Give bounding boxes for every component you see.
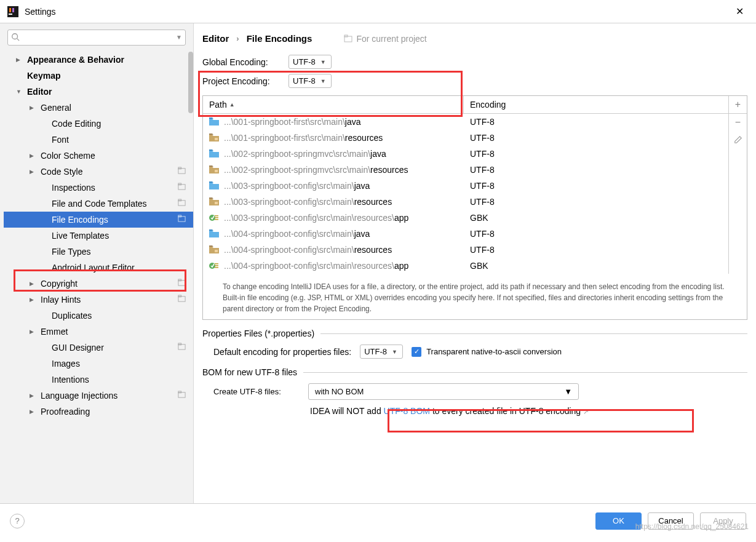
edit-button[interactable]: [729, 131, 747, 148]
row-encoding: UTF-8: [470, 149, 722, 159]
properties-file-icon: [209, 213, 220, 222]
tree-item-label: Intentions: [52, 375, 186, 385]
sidebar-item-images[interactable]: Images: [4, 356, 193, 372]
row-encoding: UTF-8: [470, 197, 722, 207]
cancel-button[interactable]: Cancel: [648, 512, 694, 530]
tree-item-label: General: [41, 103, 186, 113]
native-to-ascii-label[interactable]: Transparent native-to-ascii conversion: [426, 347, 562, 356]
tree-item-label: Emmet: [41, 327, 186, 337]
project-badge-icon: [178, 391, 186, 401]
ok-button[interactable]: OK: [595, 512, 642, 530]
table-row[interactable]: ...\003-springboot-config\src\main\resou…: [203, 194, 728, 210]
table-row[interactable]: ...\003-springboot-config\src\main\javaU…: [203, 178, 728, 194]
tree-item-label: Code Style: [41, 167, 178, 177]
properties-file-icon: [209, 261, 220, 270]
row-path: ...\003-springboot-config\src\main\resou…: [224, 213, 470, 223]
tree-arrow-icon: [30, 408, 38, 415]
add-button[interactable]: +: [729, 96, 747, 113]
project-icon: [344, 34, 352, 43]
column-path[interactable]: Path ▲: [203, 96, 464, 113]
search-history-icon[interactable]: ▼: [176, 34, 182, 41]
tree-arrow-icon: [30, 169, 38, 175]
sidebar-item-file-and-code-templates[interactable]: File and Code Templates: [4, 196, 193, 212]
sidebar-item-live-templates[interactable]: Live Templates: [4, 228, 193, 244]
window-title: Settings: [25, 7, 731, 17]
external-link-icon: ↗: [583, 408, 589, 415]
row-path: ...\002-springboot-springmvc\src\main\re…: [224, 165, 470, 175]
titlebar: Settings ✕: [0, 0, 756, 23]
tree-arrow-icon: [30, 393, 38, 399]
svg-rect-15: [178, 279, 181, 281]
table-row[interactable]: ...\003-springboot-config\src\main\resou…: [203, 210, 728, 226]
project-encoding-combo[interactable]: UTF-8▼: [288, 74, 332, 88]
svg-rect-21: [178, 391, 181, 393]
sidebar-item-code-editing[interactable]: Code Editing: [4, 116, 193, 132]
app-icon: [7, 6, 18, 17]
sidebar-item-intentions[interactable]: Intentions: [4, 372, 193, 388]
tree-item-label: GUI Designer: [52, 343, 178, 353]
sidebar-item-inspections[interactable]: Inspections: [4, 180, 193, 196]
tree-item-label: Android Layout Editor: [52, 263, 186, 273]
sidebar-item-file-types[interactable]: File Types: [4, 244, 193, 260]
sidebar-item-gui-designer[interactable]: GUI Designer: [4, 340, 193, 356]
svg-line-5: [17, 39, 20, 41]
search-icon: [11, 33, 20, 43]
breadcrumb-editor[interactable]: Editor: [202, 33, 229, 44]
sidebar-item-general[interactable]: General: [4, 100, 193, 116]
sidebar-item-appearance-behavior[interactable]: Appearance & Behavior: [4, 52, 193, 68]
table-row[interactable]: ...\004-springboot-config\src\main\resou…: [203, 258, 728, 274]
svg-rect-19: [178, 343, 181, 345]
native-to-ascii-checkbox[interactable]: ✓: [412, 347, 421, 357]
create-utf8-combo[interactable]: with NO BOM▼: [308, 383, 579, 400]
sidebar-item-code-style[interactable]: Code Style: [4, 164, 193, 180]
folder-icon: [209, 245, 220, 254]
table-row[interactable]: ...\001-springboot-first\src\main\resour…: [203, 130, 728, 146]
tree-item-label: Images: [52, 359, 186, 369]
sidebar-item-file-encodings[interactable]: File Encodings: [4, 212, 193, 228]
row-encoding: UTF-8: [470, 165, 722, 175]
global-encoding-label: Global Encoding:: [202, 57, 288, 67]
row-path: ...\001-springboot-first\src\main\resour…: [224, 133, 470, 143]
sidebar-item-language-injections[interactable]: Language Injections: [4, 388, 193, 404]
properties-encoding-combo[interactable]: UTF-8▼: [360, 345, 403, 359]
scrollbar[interactable]: [188, 52, 193, 113]
row-encoding: GBK: [470, 213, 722, 223]
close-button[interactable]: ✕: [731, 3, 749, 20]
sidebar-item-android-layout-editor[interactable]: Android Layout Editor: [4, 260, 193, 276]
sidebar-item-copyright[interactable]: Copyright: [4, 276, 193, 292]
sidebar-item-keymap[interactable]: Keymap: [4, 68, 193, 84]
help-button[interactable]: ?: [10, 514, 25, 528]
row-encoding: UTF-8: [470, 245, 722, 255]
tree-item-label: Language Injections: [41, 391, 178, 401]
table-row[interactable]: ...\002-springboot-springmvc\src\main\re…: [203, 162, 728, 178]
svg-rect-1: [9, 14, 12, 15]
apply-button[interactable]: Apply: [700, 512, 746, 530]
tree-item-label: File and Code Templates: [52, 199, 178, 209]
sidebar-item-color-scheme[interactable]: Color Scheme: [4, 148, 193, 164]
row-encoding: UTF-8: [470, 181, 722, 191]
global-encoding-combo[interactable]: UTF-8▼: [288, 55, 332, 69]
table-row[interactable]: ...\002-springboot-springmvc\src\main\ja…: [203, 146, 728, 162]
svg-rect-33: [215, 263, 218, 265]
sidebar-item-inlay-hints[interactable]: Inlay Hints: [4, 292, 193, 308]
utf8-bom-link[interactable]: UTF-8 BOM: [384, 406, 430, 416]
column-encoding[interactable]: Encoding: [464, 96, 728, 113]
remove-button[interactable]: −: [729, 114, 747, 131]
tree-arrow-icon: [30, 281, 38, 287]
sidebar-item-editor[interactable]: Editor: [4, 84, 193, 100]
tree-item-label: Font: [52, 135, 186, 145]
table-row[interactable]: ...\001-springboot-first\src\main\javaUT…: [203, 114, 728, 130]
folder-icon: [209, 181, 220, 190]
sidebar-item-duplicates[interactable]: Duplicates: [4, 308, 193, 324]
table-row[interactable]: ...\004-springboot-config\src\main\javaU…: [203, 226, 728, 242]
svg-rect-11: [178, 199, 181, 201]
sidebar-item-emmet[interactable]: Emmet: [4, 324, 193, 340]
table-row[interactable]: ...\004-springboot-config\src\main\resou…: [203, 242, 728, 258]
sidebar-item-font[interactable]: Font: [4, 132, 193, 148]
encoding-table: Path ▲ Encoding + ...\001-springboot-fir…: [202, 95, 747, 320]
row-path: ...\001-springboot-first\src\main\java: [224, 117, 470, 127]
project-badge-icon: [178, 295, 186, 305]
sidebar-item-proofreading[interactable]: Proofreading: [4, 404, 193, 420]
search-input[interactable]: [7, 30, 186, 46]
sidebar: ▼ Appearance & BehaviorKeymapEditorGener…: [0, 23, 194, 503]
